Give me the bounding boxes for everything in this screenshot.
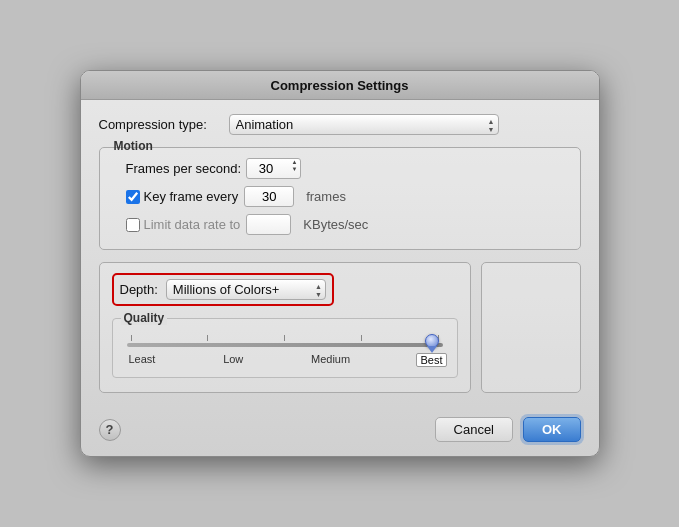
limit-data-row: Limit data rate to KBytes/sec <box>126 214 566 235</box>
quality-label-medium: Medium <box>311 353 350 365</box>
depth-row: Depth: Millions of Colors+ Millions of C… <box>112 273 334 306</box>
cancel-button[interactable]: Cancel <box>435 417 513 442</box>
ok-button[interactable]: OK <box>523 417 581 442</box>
compression-type-select[interactable]: Animation None Photo - JPEG BMP JPEG 200… <box>229 114 499 135</box>
fps-label: Frames per second: <box>126 161 246 176</box>
depth-label: Depth: <box>120 282 158 297</box>
help-button[interactable]: ? <box>99 419 121 441</box>
keyframe-unit-label: frames <box>306 189 346 204</box>
slider-ticks <box>127 335 443 341</box>
quality-group-label: Quality <box>121 311 168 325</box>
limit-data-checkbox[interactable] <box>126 218 140 232</box>
tick-1 <box>131 335 132 341</box>
motion-group-label: Motion <box>110 139 157 153</box>
depth-select-wrapper: Millions of Colors+ Millions of Colors T… <box>166 279 326 300</box>
motion-group: Motion Frames per second: ▲ ▼ Key frame … <box>99 147 581 250</box>
compressor-right-panel <box>481 262 581 393</box>
keyframe-checkbox[interactable] <box>126 190 140 204</box>
compression-settings-dialog: Compression Settings Compression type: A… <box>80 70 600 457</box>
keyframe-input[interactable] <box>244 186 294 207</box>
limit-data-input[interactable] <box>246 214 291 235</box>
tick-2 <box>207 335 208 341</box>
dialog-title: Compression Settings <box>81 71 599 100</box>
limit-data-unit-label: KBytes/sec <box>303 217 368 232</box>
tick-3 <box>284 335 285 341</box>
quality-label-least: Least <box>129 353 156 365</box>
bottom-bar: ? Cancel OK <box>81 407 599 456</box>
compression-type-label: Compression type: <box>99 117 229 132</box>
fps-increment-button[interactable]: ▲ <box>291 159 299 165</box>
compression-type-select-wrapper: Animation None Photo - JPEG BMP JPEG 200… <box>229 114 499 135</box>
quality-label-low: Low <box>223 353 243 365</box>
fps-spinner: ▲ ▼ <box>246 158 301 179</box>
dialog-buttons: Cancel OK <box>435 417 581 442</box>
quality-group: Quality <box>112 318 458 378</box>
slider-track <box>127 343 443 347</box>
compressor-left-panel: Depth: Millions of Colors+ Millions of C… <box>99 262 471 393</box>
tick-4 <box>361 335 362 341</box>
fps-decrement-button[interactable]: ▼ <box>291 166 299 172</box>
fps-spinner-buttons: ▲ ▼ <box>291 159 299 172</box>
slider-labels: Least Low Medium High Best <box>127 353 443 365</box>
thumb-shape <box>425 334 439 348</box>
limit-data-label: Limit data rate to <box>144 217 241 232</box>
quality-label-best: Best <box>416 353 446 367</box>
keyframe-row: Key frame every frames <box>126 186 566 207</box>
compressor-section: Depth: Millions of Colors+ Millions of C… <box>99 262 581 393</box>
depth-select[interactable]: Millions of Colors+ Millions of Colors T… <box>166 279 326 300</box>
keyframe-label: Key frame every <box>144 189 239 204</box>
compression-type-row: Compression type: Animation None Photo -… <box>99 114 581 135</box>
quality-slider-container: Least Low Medium High Best <box>123 335 447 365</box>
fps-row: Frames per second: ▲ ▼ <box>126 158 566 179</box>
